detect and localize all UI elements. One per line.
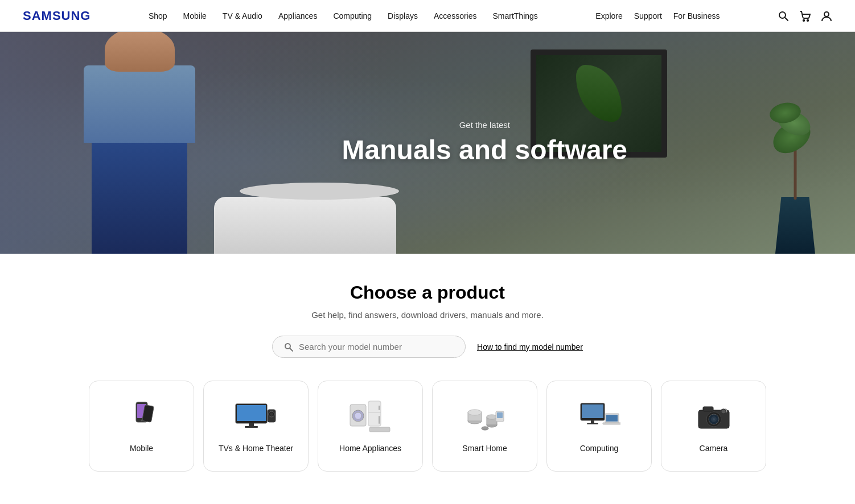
svg-point-47: [713, 418, 715, 420]
nav-links-left: Shop Mobile TV & Audio Appliances Comput…: [149, 11, 538, 20]
camera-card-image: [691, 399, 737, 433]
nav-explore[interactable]: Explore: [595, 11, 622, 20]
mobile-card-label: Mobile: [130, 444, 153, 453]
svg-point-20: [355, 412, 361, 419]
search-row: How to find my model number: [23, 336, 832, 358]
model-number-search-input[interactable]: [299, 342, 454, 352]
hero-text-block: Get the latest Manuals and software: [342, 120, 627, 166]
hero-title: Manuals and software: [342, 135, 627, 166]
home-appliances-card-label: Home Appliances: [339, 444, 401, 453]
search-box: [272, 336, 466, 358]
nav-computing[interactable]: Computing: [333, 11, 372, 20]
product-card-smart-home[interactable]: Smart Home: [432, 381, 537, 472]
svg-rect-13: [249, 423, 254, 426]
svg-point-49: [721, 409, 726, 414]
svg-point-34: [482, 427, 488, 430]
svg-rect-12: [237, 405, 266, 421]
svg-rect-41: [603, 423, 620, 424]
svg-point-2: [803, 19, 804, 20]
svg-rect-40: [606, 415, 618, 422]
nav-appliances[interactable]: Appliances: [278, 11, 318, 20]
svg-rect-33: [497, 412, 503, 418]
computing-card-label: Computing: [580, 444, 619, 453]
nav-icons: [778, 10, 832, 22]
nav-displays[interactable]: Displays: [388, 11, 418, 20]
home-appliances-card-image: [348, 399, 393, 433]
svg-point-31: [487, 415, 497, 419]
nav-links-right: Explore Support For Business: [595, 11, 720, 20]
main-navigation: SAMSUNG Shop Mobile TV & Audio Appliance…: [0, 0, 855, 32]
svg-point-3: [807, 19, 808, 20]
smart-home-card-label: Smart Home: [462, 444, 507, 453]
svg-rect-24: [379, 416, 380, 424]
svg-rect-25: [369, 427, 390, 432]
svg-point-28: [468, 410, 482, 415]
product-section-subtitle: Get help, find answers, download drivers…: [23, 310, 832, 320]
computing-card-image: [577, 399, 622, 433]
nav-tv-audio[interactable]: TV & Audio: [223, 11, 262, 20]
samsung-logo[interactable]: SAMSUNG: [23, 9, 91, 23]
hero-subtitle: Get the latest: [342, 120, 627, 130]
product-section-title: Choose a product: [23, 282, 832, 303]
camera-card-label: Camera: [700, 444, 728, 453]
svg-rect-23: [379, 406, 380, 410]
product-card-computing[interactable]: Computing: [546, 381, 652, 472]
svg-point-17: [270, 412, 273, 416]
mobile-card-image: [119, 399, 165, 433]
nav-shop[interactable]: Shop: [149, 11, 167, 20]
user-icon[interactable]: [821, 10, 832, 22]
search-icon[interactable]: [778, 10, 789, 22]
hero-banner: Get the latest Manuals and software: [0, 32, 855, 254]
svg-rect-38: [587, 423, 598, 424]
svg-line-6: [290, 348, 293, 351]
find-model-number-link[interactable]: How to find my model number: [477, 342, 583, 352]
nav-mobile[interactable]: Mobile: [183, 11, 207, 20]
product-card-tvs[interactable]: TVs & Home Theater: [203, 381, 309, 472]
tvs-card-image: [233, 399, 279, 433]
nav-accessories[interactable]: Accessories: [434, 11, 476, 20]
product-card-home-appliances[interactable]: Home Appliances: [318, 381, 423, 472]
product-card-camera[interactable]: Camera: [661, 381, 766, 472]
nav-support[interactable]: Support: [634, 11, 662, 20]
nav-smartthings[interactable]: SmartThings: [492, 11, 537, 20]
svg-point-4: [824, 12, 829, 16]
nav-for-business[interactable]: For Business: [673, 11, 720, 20]
tvs-card-label: TVs & Home Theater: [219, 444, 293, 453]
svg-line-1: [785, 18, 788, 20]
product-card-mobile[interactable]: Mobile: [89, 381, 194, 472]
smart-home-card-image: [462, 399, 508, 433]
svg-rect-37: [591, 420, 594, 423]
product-cards-grid: Mobile TVs & Home Theater: [23, 381, 832, 472]
cart-icon[interactable]: [799, 10, 811, 22]
svg-rect-14: [245, 426, 258, 428]
product-section: Choose a product Get help, find answers,…: [0, 254, 855, 504]
search-icon: [284, 342, 293, 352]
svg-rect-43: [703, 407, 713, 411]
svg-rect-36: [582, 404, 603, 418]
